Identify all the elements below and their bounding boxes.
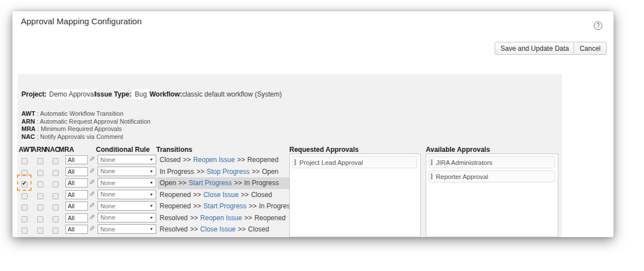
- arn-checkbox[interactable]: [37, 216, 43, 222]
- transition-action-link[interactable]: Close Issue: [200, 225, 236, 233]
- legend-desc: Minimum Required Approvals: [41, 125, 122, 132]
- nac-checkbox[interactable]: [52, 158, 59, 164]
- mra-input[interactable]: [65, 178, 88, 187]
- awt-checkbox[interactable]: [21, 204, 28, 211]
- project-label: Project:: [21, 90, 47, 98]
- select-arrow-icon: ▼: [149, 181, 156, 185]
- mra-input[interactable]: [65, 167, 88, 176]
- nac-checkbox[interactable]: [52, 170, 59, 176]
- table-row: ✎None▼Reopened>>Close Issue>>Closed: [12, 189, 300, 201]
- nac-checkbox[interactable]: [52, 181, 59, 187]
- legend-desc: Notify Approvals via Comment: [40, 133, 123, 140]
- select-arrow-icon: ▼: [149, 204, 156, 208]
- arn-checkbox[interactable]: [37, 181, 43, 187]
- nac-checkbox-cell: [52, 191, 60, 199]
- transition-separator: >>: [196, 168, 204, 176]
- arn-checkbox[interactable]: [37, 170, 43, 176]
- transition-action-link[interactable]: Close Issue: [203, 191, 239, 199]
- approval-item-label: JIRA Administrators: [436, 159, 492, 166]
- arn-checkbox-cell: [37, 180, 45, 187]
- arn-checkbox[interactable]: [37, 204, 43, 211]
- requested-approval-item[interactable]: Project Lead Approval: [292, 156, 417, 168]
- transition-cell: Resolved>>Reopen Issue>>Reopened: [157, 212, 290, 224]
- select-arrow-icon: ▼: [149, 193, 156, 196]
- nac-checkbox[interactable]: [52, 228, 59, 234]
- approval-item-label: Reporter Approval: [436, 173, 488, 180]
- conditional-rule-select[interactable]: None▼: [98, 178, 156, 187]
- abbreviation-legend: AWT : Automatic Workflow TransitionARN :…: [21, 110, 151, 141]
- edit-pencil-icon[interactable]: ✎: [89, 178, 95, 186]
- save-button[interactable]: Save and Update Data: [495, 42, 575, 55]
- conditional-rule-select[interactable]: None▼: [98, 155, 156, 164]
- edit-pencil-icon[interactable]: ✎: [89, 155, 95, 163]
- mra-input[interactable]: [65, 190, 88, 199]
- workflow-label: Workflow:: [149, 90, 182, 98]
- legend-line: ARN : Automatic Request Approval Notific…: [21, 118, 151, 126]
- mra-input[interactable]: [65, 155, 88, 164]
- arn-checkbox-cell: [37, 203, 45, 210]
- transition-from-status: In Progress: [160, 168, 194, 176]
- transition-to-status: In Progress: [244, 179, 279, 187]
- conditional-rule-value: None: [98, 214, 149, 221]
- conditional-rule-select[interactable]: None▼: [98, 167, 156, 176]
- transition-action-link[interactable]: Start Progress: [188, 179, 232, 187]
- transition-action-link[interactable]: Start Progress: [203, 202, 246, 210]
- awt-checkbox-cell: [21, 168, 29, 176]
- awt-checkbox[interactable]: [21, 216, 28, 222]
- awt-checkbox[interactable]: [21, 158, 28, 164]
- awt-checkbox[interactable]: [21, 228, 28, 234]
- transition-from-status: Resolved: [160, 214, 188, 222]
- nac-checkbox-cell: [52, 203, 60, 210]
- edit-pencil-icon[interactable]: ✎: [89, 167, 95, 175]
- available-approval-item[interactable]: JIRA Administrators: [429, 156, 555, 168]
- transition-action-link[interactable]: Stop Progress: [206, 168, 249, 176]
- conditional-rule-value: None: [98, 191, 149, 198]
- edit-pencil-icon[interactable]: ✎: [89, 213, 95, 221]
- arn-checkbox[interactable]: [37, 228, 43, 234]
- transition-separator: >>: [190, 225, 198, 233]
- edit-pencil-icon[interactable]: ✎: [89, 202, 95, 209]
- conditional-rule-select[interactable]: None▼: [98, 224, 156, 234]
- transition-to-status: Reopened: [254, 214, 285, 222]
- available-approval-item[interactable]: Reporter Approval: [429, 171, 555, 182]
- conditional-rule-select[interactable]: None▼: [98, 190, 156, 199]
- arn-checkbox-cell: [37, 226, 45, 233]
- mra-input[interactable]: [65, 225, 88, 234]
- transition-to-status: Reopened: [247, 156, 278, 164]
- arn-checkbox[interactable]: [37, 193, 43, 199]
- awt-checkbox-cell: [21, 191, 29, 199]
- legend-abbr: ARN: [21, 118, 35, 125]
- help-icon[interactable]: ?: [594, 21, 602, 30]
- arn-checkbox-cell: [37, 215, 45, 222]
- awt-checkbox[interactable]: [21, 193, 28, 199]
- conditional-rule-select[interactable]: None▼: [98, 213, 156, 222]
- mra-input[interactable]: [65, 202, 88, 211]
- conditional-rule-value: None: [98, 226, 149, 233]
- project-value: Demo Approval: [46, 89, 98, 99]
- available-approvals-panel: JIRA AdministratorsReporter Approval: [426, 154, 558, 237]
- transition-action-link[interactable]: Reopen Issue: [193, 156, 235, 164]
- edit-pencil-icon[interactable]: ✎: [89, 190, 95, 198]
- drag-handle-icon: [431, 173, 433, 180]
- conditional-rule-select[interactable]: None▼: [98, 201, 156, 211]
- issue-type-value: Bug: [132, 89, 149, 99]
- awt-checkbox[interactable]: [21, 181, 28, 187]
- nac-checkbox[interactable]: [52, 204, 59, 211]
- arn-checkbox-cell: [37, 168, 45, 176]
- cancel-button[interactable]: Cancel: [574, 42, 607, 55]
- nac-checkbox[interactable]: [52, 193, 59, 199]
- transition-separator: >>: [252, 168, 259, 176]
- available-approvals-title: Available Approvals: [426, 146, 490, 154]
- legend-abbr: AWT: [21, 110, 35, 117]
- awt-checkbox[interactable]: [21, 170, 28, 176]
- edit-pencil-icon[interactable]: ✎: [89, 225, 95, 233]
- mra-input[interactable]: [65, 213, 88, 222]
- legend-abbr: MRA: [21, 125, 36, 132]
- legend-desc: Automatic Request Approval Notification: [39, 118, 150, 125]
- transition-to-status: In Progress: [259, 202, 293, 210]
- column-header-transitions: Transitions: [156, 146, 192, 154]
- transition-action-link[interactable]: Reopen Issue: [200, 214, 242, 222]
- nac-checkbox[interactable]: [52, 216, 59, 222]
- select-arrow-icon: ▼: [149, 216, 156, 220]
- arn-checkbox[interactable]: [37, 158, 43, 164]
